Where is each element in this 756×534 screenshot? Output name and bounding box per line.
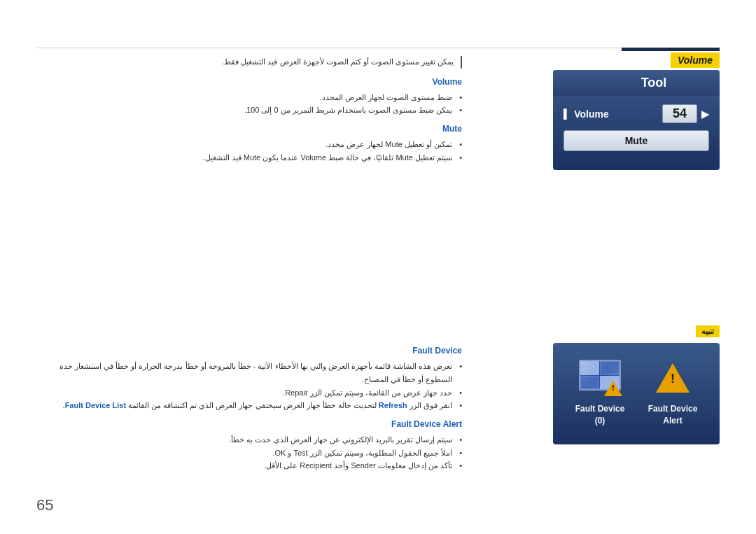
fault-icons-row: ! Fault Device(0) ! Fault DeviceAlert xyxy=(553,343,720,434)
volume-row: ▌ Volume 54 ▶ xyxy=(564,104,709,123)
fault-alert-bullet-2: املأ جميع الحقول المطلوبة، وسيتم تمكين ا… xyxy=(36,447,462,460)
fault-bullet-3: انقر فوق الزر Refresh لتحديث حالة خطأ جه… xyxy=(36,399,462,412)
grid-cell-1 xyxy=(580,361,600,375)
fault-box: ! Fault Device(0) ! Fault DeviceAlert xyxy=(553,343,720,444)
fault-section: Fault Device تعرض هذه الشاشة قائمة بأجهز… xyxy=(36,346,462,472)
fault-device-icon: ! xyxy=(575,357,624,399)
exclamation-icon: ! xyxy=(612,384,614,392)
fault-bullet-1: تعرض هذه الشاشة قائمة بأجهزة العرض والتي… xyxy=(36,360,462,386)
tool-header: Tool xyxy=(553,70,720,96)
page-number: 65 xyxy=(36,496,53,514)
grid-cell-2 xyxy=(600,361,620,375)
mute-bullet-1: تمكين أو تعطيل Mute لجهاز عرض محدد. xyxy=(36,138,462,151)
fault-alert-title: Fault Device Alert xyxy=(36,419,462,429)
fault-device-bullets: تعرض هذه الشاشة قائمة بأجهزة العرض والتي… xyxy=(36,360,462,412)
fault-badge: تنبيه xyxy=(696,325,720,337)
intro-text: يمكن تغيير مستوى الصوت أو كتم الصوت لأجه… xyxy=(36,56,462,69)
volume-bullets: ضبط مستوى الصوت لجهاز العرض المحدد. يمكن… xyxy=(36,91,462,117)
tool-box: Tool ▌ Volume 54 ▶ Mute xyxy=(553,70,720,170)
grid-cell-3 xyxy=(580,376,600,390)
fault-device-title: Fault Device xyxy=(36,346,462,356)
fault-alert-bullet-3: تأكد من إدخال معلومات Sender وأحد Recipi… xyxy=(36,459,462,472)
left-content: يمكن تغيير مستوى الصوت أو كتم الصوت لأجه… xyxy=(36,56,462,479)
tool-label: Tool xyxy=(641,76,667,90)
volume-icon: ▌ xyxy=(564,108,570,119)
fault-alert-label: Fault DeviceAlert xyxy=(648,403,698,427)
refresh-link[interactable]: Refresh xyxy=(379,401,407,409)
volume-value: 54 xyxy=(662,104,697,123)
mute-title: Mute xyxy=(36,124,462,134)
monitor-warning-icon: ! xyxy=(578,360,622,396)
volume-bullet-1: ضبط مستوى الصوت لجهاز العرض المحدد. xyxy=(36,91,462,104)
fault-device-group: ! Fault Device(0) xyxy=(575,357,625,427)
right-accent-bar xyxy=(622,48,720,51)
tool-content: ▌ Volume 54 ▶ Mute xyxy=(553,96,720,160)
top-rule xyxy=(36,48,720,48)
fault-alert-bullet-1: سيتم إرسال تقرير بالبريد الإلكتروني عن ج… xyxy=(36,433,462,447)
mute-button[interactable]: Mute xyxy=(564,130,709,151)
volume-arrow-icon[interactable]: ▶ xyxy=(701,108,709,120)
volume-bullet-2: يمكن ضبط مستوى الصوت باستخدام شريط التمر… xyxy=(36,104,462,117)
fault-device-label: Fault Device(0) xyxy=(575,403,625,427)
mute-bullets: تمكين أو تعطيل Mute لجهاز عرض محدد. سيتم… xyxy=(36,138,462,164)
fault-alert-bullets: سيتم إرسال تقرير بالبريد الإلكتروني عن ج… xyxy=(36,433,462,472)
volume-label: Volume xyxy=(574,108,658,120)
alert-triangle-icon: ! xyxy=(656,363,690,393)
alert-exclaim-icon: ! xyxy=(671,372,675,386)
fault-device-list-link[interactable]: Fault Device List xyxy=(65,401,126,409)
fault-alert-icon: ! xyxy=(648,357,697,399)
fault-bullet-2: حدد جهاز عرض من القائمة، وسيتم تمكين الز… xyxy=(36,386,462,400)
volume-badge: Volume xyxy=(671,52,720,68)
overlay-warning: ! xyxy=(604,381,622,396)
volume-title: Volume xyxy=(36,77,462,87)
fault-alert-group: ! Fault DeviceAlert xyxy=(648,357,698,427)
mute-bullet-2: سيتم تعطيل Mute تلقائيًا، في حالة ضبط Vo… xyxy=(36,151,462,164)
